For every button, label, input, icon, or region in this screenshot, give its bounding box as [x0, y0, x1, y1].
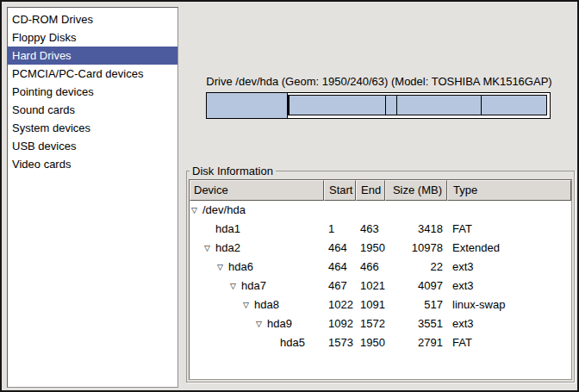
cell-end: 1572: [356, 314, 385, 333]
expander-icon[interactable]: ▽: [256, 319, 267, 330]
disk-info-table: DeviceStartEndSize (MB)Type ▽/dev/hdahda…: [189, 179, 572, 380]
column-header-end[interactable]: End: [356, 180, 385, 201]
disk-information-frame: Disk Information DeviceStartEndSize (MB)…: [186, 171, 575, 383]
table-row-hda7[interactable]: ▽hda746710214097ext3: [190, 277, 571, 296]
cell-start: 464: [324, 258, 356, 277]
partition-segment-hda9: [396, 95, 482, 115]
cell-device: ▽hda9: [190, 314, 324, 333]
cell-size: 3551: [385, 314, 447, 333]
hardware-browser-window: CD-ROM DrivesFloppy DisksHard DrivesPCMC…: [0, 0, 579, 392]
cell-type: FAT: [447, 220, 571, 239]
cell-type: ext3: [447, 277, 571, 296]
cell-type: Extended: [447, 239, 571, 258]
expander-icon[interactable]: ▽: [204, 243, 215, 254]
expander-icon[interactable]: ▽: [217, 262, 228, 273]
drive-title: Drive /dev/hda (Geom: 1950/240/63) (Mode…: [183, 75, 576, 88]
cell-end: 463: [356, 220, 385, 239]
sidebar-item-video-cards[interactable]: Video cards: [8, 155, 177, 173]
cell-start: 1: [324, 220, 356, 239]
cell-device: ▽hda2: [190, 239, 324, 258]
device-name: /dev/hda: [202, 201, 246, 220]
cell-end: 1091: [356, 296, 385, 314]
disk-information-label: Disk Information: [190, 165, 276, 177]
device-name: hda8: [254, 296, 279, 314]
cell-start: 1092: [324, 314, 356, 333]
sidebar-item-hard-drives[interactable]: Hard Drives: [8, 47, 177, 65]
column-header-device[interactable]: Device: [190, 180, 324, 201]
cell-size: 10978: [385, 239, 447, 258]
cell-start: 464: [324, 239, 356, 258]
cell-start: 467: [324, 277, 356, 296]
cell-size: 4097: [385, 277, 447, 296]
cell-start: 1022: [324, 296, 356, 314]
sidebar-item-floppy-disks[interactable]: Floppy Disks: [8, 28, 177, 47]
expander-icon[interactable]: ▽: [230, 281, 241, 292]
cell-device: hda5: [190, 333, 324, 352]
cell-size: 517: [385, 296, 447, 314]
device-name: hda2: [215, 239, 240, 258]
table-row-hda1[interactable]: hda114633418FAT: [190, 220, 571, 239]
device-name: hda5: [280, 333, 305, 352]
disk-info-header: DeviceStartEndSize (MB)Type: [190, 180, 571, 201]
table-row-dev-hda[interactable]: ▽/dev/hda: [190, 201, 571, 220]
device-name: hda1: [215, 220, 240, 239]
cell-size: 22: [385, 258, 447, 277]
cell-end: 1021: [356, 277, 385, 296]
cell-type: linux-swap: [447, 296, 571, 314]
sidebar-item-usb-devices[interactable]: USB devices: [8, 137, 177, 155]
partition-segment-hda7: [289, 95, 387, 115]
cell-end: 1950: [356, 239, 385, 258]
device-category-list: CD-ROM DrivesFloppy DisksHard DrivesPCMC…: [7, 7, 178, 388]
table-row-hda9[interactable]: ▽hda9109215723551ext3: [190, 314, 571, 333]
cell-type: FAT: [447, 333, 571, 352]
cell-device: ▽hda7: [190, 277, 324, 296]
sidebar-item-sound-cards[interactable]: Sound cards: [8, 101, 177, 119]
cell-size: 3418: [385, 220, 447, 239]
cell-size: 2791: [385, 333, 447, 352]
cell-device: ▽hda6: [190, 258, 324, 277]
cell-start: 1573: [324, 333, 356, 352]
expander-icon[interactable]: ▽: [191, 205, 202, 216]
column-header-start[interactable]: Start: [324, 180, 356, 201]
partition-segment-hda5: [481, 95, 547, 115]
sidebar-item-system-devices[interactable]: System devices: [8, 119, 177, 137]
cell-type: ext3: [447, 314, 571, 333]
cell-end: 1950: [356, 333, 385, 352]
partition-segment-hda1: [207, 93, 288, 118]
table-row-hda8[interactable]: ▽hda810221091517linux-swap: [190, 296, 571, 314]
sidebar-item-cd-rom-drives[interactable]: CD-ROM Drives: [8, 10, 177, 28]
sidebar-item-pointing-devices[interactable]: Pointing devices: [8, 83, 177, 101]
partition-segment-hda8: [385, 95, 397, 115]
cell-type: ext3: [447, 258, 571, 277]
partition-bar: [206, 92, 551, 119]
cell-device: ▽hda8: [190, 296, 324, 314]
cell-end: 466: [356, 258, 385, 277]
sidebar-item-pcmcia-pc-card-devices[interactable]: PCMCIA/PC-Card devices: [8, 65, 177, 83]
device-name: hda7: [241, 277, 266, 296]
cell-device: hda1: [190, 220, 324, 239]
column-header-type[interactable]: Type: [447, 180, 571, 201]
device-name: hda6: [228, 258, 253, 277]
table-row-hda6[interactable]: ▽hda646446622ext3: [190, 258, 571, 277]
table-row-hda5[interactable]: hda5157319502791FAT: [190, 333, 571, 352]
extended-partition-hda2: [288, 93, 550, 118]
table-row-hda2[interactable]: ▽hda2464195010978Extended: [190, 239, 571, 258]
expander-icon[interactable]: ▽: [243, 300, 254, 311]
disk-info-body: ▽/dev/hdahda114633418FAT▽hda246419501097…: [190, 201, 571, 379]
column-header-size-mb[interactable]: Size (MB): [385, 180, 447, 201]
device-name: hda9: [267, 314, 292, 333]
cell-device: ▽/dev/hda: [190, 201, 324, 220]
